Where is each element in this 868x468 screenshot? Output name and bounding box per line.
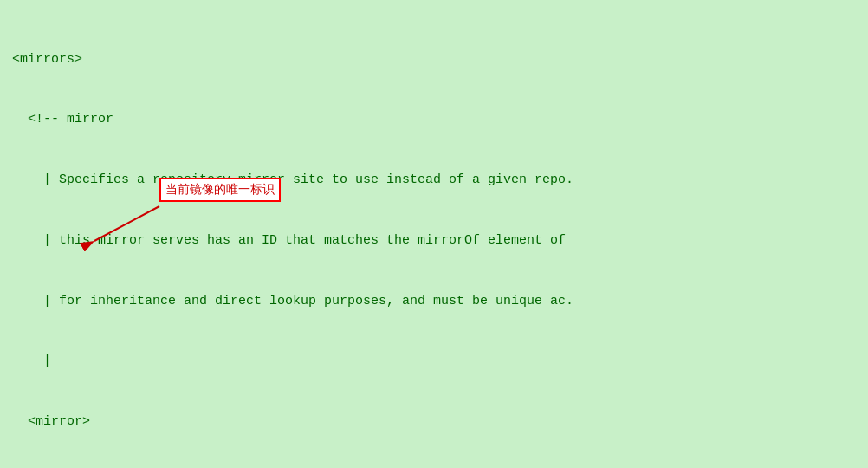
arrow-id (81, 198, 168, 250)
annotation-label1: 当前镜像的唯一标识 (159, 178, 281, 202)
line-comment-3: | Specifies a repository mirror site to … (12, 170, 856, 190)
svg-line-3 (94, 206, 159, 241)
line-mirror-open: <mirror> (12, 412, 856, 432)
code-container: <mirrors> <!-- mirror | Specifies a repo… (12, 9, 856, 468)
line-mirrors-open: <mirrors> (12, 49, 856, 69)
line-comment-6: | (12, 351, 856, 371)
line-comment-5: | for inheritance and direct lookup purp… (12, 291, 856, 311)
line-comment-start: <!-- mirror (12, 109, 856, 129)
